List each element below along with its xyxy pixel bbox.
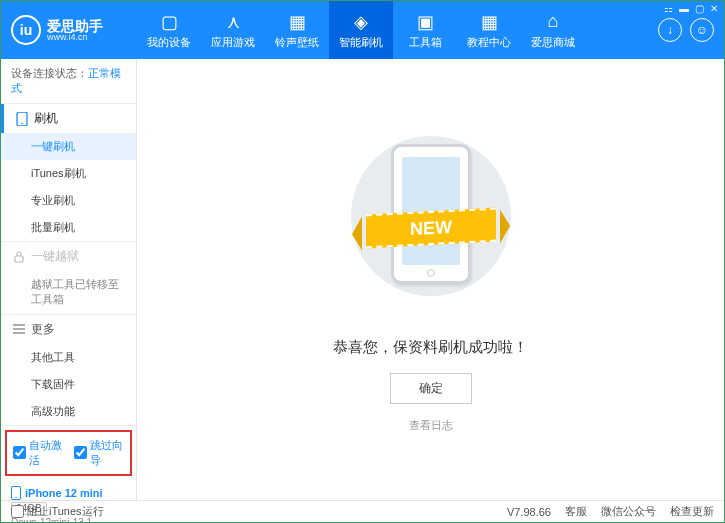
options-highlight-box: 自动激活 跳过向导	[5, 430, 132, 476]
window-controls: ⚏ ▬ ▢ ✕	[664, 3, 718, 14]
main-content: NEW 恭喜您，保资料刷机成功啦！ 确定 查看日志	[137, 59, 724, 500]
sidebar-section-more[interactable]: 更多	[1, 315, 136, 344]
version-label: V7.98.66	[507, 506, 551, 518]
sidebar-item-download-firmware[interactable]: 下载固件	[1, 371, 136, 398]
sidebar-item-oneclick-flash[interactable]: 一键刷机	[1, 133, 136, 160]
device-icon	[11, 486, 21, 500]
app-url: www.i4.cn	[47, 33, 103, 42]
sidebar-section-flash[interactable]: 刷机	[1, 104, 136, 133]
grid-icon: ▦	[481, 11, 498, 33]
footer-link-update[interactable]: 检查更新	[670, 504, 714, 519]
wallpaper-icon: ▦	[289, 11, 306, 33]
jailbreak-note: 越狱工具已转移至工具箱	[1, 271, 136, 314]
nav-toolbox[interactable]: ▣工具箱	[393, 1, 457, 59]
nav-store[interactable]: ⌂爱思商城	[521, 1, 585, 59]
apps-icon: ⋏	[227, 11, 240, 33]
toolbox-icon: ▣	[417, 11, 434, 33]
options-icon[interactable]: ⚏	[664, 3, 673, 14]
svg-point-7	[15, 497, 16, 498]
svg-rect-2	[15, 256, 23, 262]
lock-icon	[13, 251, 25, 263]
store-icon: ⌂	[548, 11, 559, 33]
view-log-link[interactable]: 查看日志	[409, 418, 453, 433]
checkbox-block-itunes[interactable]: 阻止iTunes运行	[11, 504, 104, 519]
nav-smart-flash[interactable]: ◈智能刷机	[329, 1, 393, 59]
sidebar-item-itunes-flash[interactable]: iTunes刷机	[1, 160, 136, 187]
logo: iu 爱思助手 www.i4.cn	[11, 15, 137, 45]
app-title: 爱思助手	[47, 19, 103, 33]
nav-tutorials[interactable]: ▦教程中心	[457, 1, 521, 59]
footer-link-support[interactable]: 客服	[565, 504, 587, 519]
sidebar: 设备连接状态：正常模式 刷机 一键刷机 iTunes刷机 专业刷机 批量刷机 一…	[1, 59, 137, 500]
device-name: iPhone 12 mini	[25, 487, 103, 499]
checkbox-auto-activate[interactable]: 自动激活	[13, 438, 64, 468]
connection-status: 设备连接状态：正常模式	[1, 59, 136, 104]
phone-icon: ▢	[161, 11, 178, 33]
svg-point-1	[21, 122, 23, 124]
success-illustration: NEW	[346, 126, 516, 326]
nav-ringtone-wallpaper[interactable]: ▦铃声壁纸	[265, 1, 329, 59]
phone-icon	[16, 112, 28, 126]
nav-apps-games[interactable]: ⋏应用游戏	[201, 1, 265, 59]
app-header: iu 爱思助手 www.i4.cn ▢我的设备 ⋏应用游戏 ▦铃声壁纸 ◈智能刷…	[1, 1, 724, 59]
success-message: 恭喜您，保资料刷机成功啦！	[333, 338, 528, 357]
close-icon[interactable]: ✕	[710, 3, 718, 14]
nav-my-device[interactable]: ▢我的设备	[137, 1, 201, 59]
sidebar-section-jailbreak: 一键越狱	[1, 242, 136, 271]
footer-link-wechat[interactable]: 微信公众号	[601, 504, 656, 519]
user-button[interactable]: ☺	[690, 18, 714, 42]
flash-icon: ◈	[354, 11, 368, 33]
sidebar-item-advanced[interactable]: 高级功能	[1, 398, 136, 425]
checkbox-skip-guide[interactable]: 跳过向导	[74, 438, 125, 468]
download-button[interactable]: ↓	[658, 18, 682, 42]
minimize-icon[interactable]: ▬	[679, 3, 689, 14]
sidebar-item-other-tools[interactable]: 其他工具	[1, 344, 136, 371]
menu-icon	[13, 324, 25, 334]
maximize-icon[interactable]: ▢	[695, 3, 704, 14]
logo-icon: iu	[11, 15, 41, 45]
sidebar-item-batch-flash[interactable]: 批量刷机	[1, 214, 136, 241]
new-ribbon: NEW	[366, 208, 496, 249]
sidebar-item-pro-flash[interactable]: 专业刷机	[1, 187, 136, 214]
ok-button[interactable]: 确定	[390, 373, 472, 404]
nav-tabs: ▢我的设备 ⋏应用游戏 ▦铃声壁纸 ◈智能刷机 ▣工具箱 ▦教程中心 ⌂爱思商城	[137, 1, 658, 59]
